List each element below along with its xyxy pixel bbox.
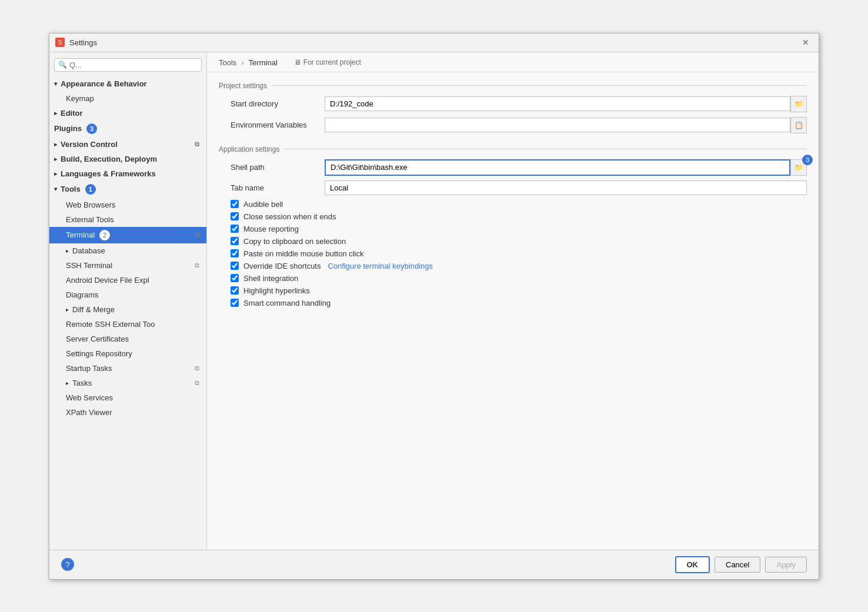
- start-directory-input-wrap: 📁: [325, 96, 807, 112]
- sidebar-item-label-remote-ssh: Remote SSH External Too: [66, 320, 155, 329]
- sidebar-item-label-external-tools: External Tools: [66, 215, 113, 224]
- sidebar-items-container: ▾Appearance & BehaviorKeymap▸EditorPlugi…: [49, 76, 206, 420]
- sidebar-item-plugins[interactable]: Plugins3: [49, 121, 206, 137]
- sidebar-item-build-execution[interactable]: ▸Build, Execution, Deploym: [49, 152, 206, 166]
- sidebar-item-languages-frameworks[interactable]: ▸Languages & Frameworks: [49, 166, 206, 181]
- checkbox-shell-integration[interactable]: [231, 274, 239, 282]
- for-current-project-link[interactable]: 🖥 For current project: [294, 58, 361, 66]
- close-button[interactable]: ✕: [799, 36, 813, 48]
- sidebar-item-label-build-execution: Build, Execution, Deploym: [61, 155, 157, 163]
- sidebar-item-label-web-services: Web Services: [66, 393, 113, 402]
- checkbox-audible-bell[interactable]: [231, 200, 239, 208]
- checkbox-row-copy-clipboard: Copy to clipboard on selection: [231, 237, 807, 246]
- sidebar-item-database[interactable]: ▸Database: [49, 243, 206, 258]
- checkbox-highlight-hyperlinks[interactable]: [231, 286, 239, 295]
- title-bar-left: S Settings: [55, 38, 97, 47]
- sidebar-item-web-browsers[interactable]: Web Browsers: [49, 198, 206, 212]
- sidebar-item-label-settings-repository: Settings Repository: [66, 349, 132, 358]
- checkbox-label-copy-clipboard: Copy to clipboard on selection: [243, 237, 346, 246]
- breadcrumb-current: Terminal: [249, 58, 278, 67]
- badge-plugins: 3: [86, 123, 97, 134]
- breadcrumb-bar: Tools › Terminal 🖥 For current project: [207, 52, 819, 72]
- copy-icon-ssh-terminal: ⧉: [195, 262, 199, 269]
- sidebar-item-remote-ssh[interactable]: Remote SSH External Too: [49, 317, 206, 332]
- sidebar-item-diagrams[interactable]: Diagrams: [49, 287, 206, 302]
- main-content: 🔍 ▾Appearance & BehaviorKeymap▸EditorPlu…: [49, 52, 819, 550]
- sidebar-item-appearance-behavior[interactable]: ▾Appearance & Behavior: [49, 76, 206, 91]
- checkbox-row-close-session: Close session when it ends: [231, 212, 807, 221]
- checkbox-list: Audible bellClose session when it endsMo…: [219, 200, 807, 307]
- sidebar-item-label-android-device: Android Device File Expl: [66, 276, 149, 285]
- sidebar-item-external-tools[interactable]: External Tools: [49, 212, 206, 227]
- breadcrumb-root: Tools: [219, 58, 236, 67]
- sidebar-item-label-keymap: Keymap: [66, 94, 94, 103]
- checkbox-label-close-session: Close session when it ends: [243, 212, 336, 221]
- help-button[interactable]: ?: [61, 558, 74, 571]
- chevron-right-icon: ▸: [66, 306, 69, 313]
- sidebar-item-editor[interactable]: ▸Editor: [49, 106, 206, 121]
- sidebar-item-xpath-viewer[interactable]: XPath Viewer: [49, 405, 206, 420]
- sidebar-item-terminal[interactable]: Terminal2⧉: [49, 227, 206, 243]
- checkbox-label-audible-bell: Audible bell: [243, 200, 283, 209]
- checkbox-row-smart-command: Smart command handling: [231, 299, 807, 307]
- ok-button[interactable]: OK: [675, 556, 710, 573]
- tab-name-input[interactable]: [325, 180, 807, 195]
- sidebar-item-label-tools: Tools: [61, 185, 81, 193]
- sidebar-item-label-editor: Editor: [61, 109, 83, 118]
- app-settings-label: Application settings: [219, 145, 807, 153]
- search-input[interactable]: [69, 61, 198, 69]
- sidebar-item-label-web-browsers: Web Browsers: [66, 200, 115, 209]
- sidebar-item-label-terminal: Terminal: [66, 230, 95, 239]
- checkbox-mouse-reporting[interactable]: [231, 225, 239, 233]
- sidebar-item-startup-tasks[interactable]: Startup Tasks⧉: [49, 361, 206, 376]
- start-directory-label: Start directory: [231, 99, 325, 108]
- chevron-right-icon: ▸: [54, 141, 57, 148]
- checkbox-row-shell-integration: Shell integration: [231, 274, 807, 283]
- env-variables-browse-button[interactable]: 📋: [790, 117, 807, 133]
- env-variables-input[interactable]: [325, 118, 790, 132]
- checkbox-close-session[interactable]: [231, 212, 239, 220]
- start-directory-browse-button[interactable]: 📁: [790, 96, 807, 112]
- checkbox-label-highlight-hyperlinks: Highlight hyperlinks: [243, 286, 310, 295]
- sidebar-item-server-certificates[interactable]: Server Certificates: [49, 332, 206, 346]
- chevron-right-icon: ▸: [54, 156, 57, 162]
- checkbox-smart-command[interactable]: [231, 299, 239, 307]
- sidebar-item-web-services[interactable]: Web Services: [49, 390, 206, 405]
- env-variables-input-wrap: 📋: [325, 117, 807, 133]
- sidebar-item-version-control[interactable]: ▸Version Control⧉: [49, 137, 206, 152]
- checkbox-paste-middle-mouse[interactable]: [231, 249, 239, 257]
- chevron-down-icon: ▾: [54, 186, 57, 192]
- config-link-override-ide[interactable]: Configure terminal keybindings: [328, 262, 433, 270]
- checkbox-copy-clipboard[interactable]: [231, 237, 239, 245]
- checkbox-row-mouse-reporting: Mouse reporting: [231, 225, 807, 233]
- tab-name-row: Tab name: [219, 180, 807, 195]
- sidebar-item-label-tasks: Tasks: [72, 379, 92, 387]
- sidebar-item-android-device[interactable]: Android Device File Expl: [49, 273, 206, 287]
- sidebar-item-ssh-terminal[interactable]: SSH Terminal⧉: [49, 258, 206, 273]
- checkbox-label-paste-middle-mouse: Paste on middle mouse button click: [243, 249, 364, 258]
- copy-icon-terminal: ⧉: [195, 231, 199, 239]
- cancel-button[interactable]: Cancel: [715, 557, 760, 573]
- checkbox-label-override-ide: Override IDE shortcuts: [243, 262, 321, 270]
- sidebar: 🔍 ▾Appearance & BehaviorKeymap▸EditorPlu…: [49, 52, 207, 550]
- sidebar-item-settings-repository[interactable]: Settings Repository: [49, 346, 206, 361]
- copy-icon-version-control: ⧉: [195, 141, 199, 148]
- shell-path-input[interactable]: [325, 159, 790, 176]
- start-directory-row: Start directory 📁: [219, 96, 807, 112]
- sidebar-item-label-xpath-viewer: XPath Viewer: [66, 408, 112, 417]
- search-box[interactable]: 🔍: [54, 58, 202, 72]
- checkbox-override-ide[interactable]: [231, 262, 239, 270]
- sidebar-item-keymap[interactable]: Keymap: [49, 91, 206, 106]
- start-directory-input[interactable]: [325, 96, 790, 111]
- chevron-right-icon: ▸: [66, 380, 69, 386]
- search-icon: 🔍: [58, 61, 67, 69]
- settings-window: S Settings ✕ 🔍 ▾Appearance & BehaviorKey…: [49, 33, 819, 580]
- sidebar-item-diff-merge[interactable]: ▸Diff & Merge: [49, 302, 206, 317]
- apply-button[interactable]: Apply: [765, 557, 807, 573]
- title-bar: S Settings ✕: [49, 34, 819, 52]
- sidebar-item-tasks[interactable]: ▸Tasks⧉: [49, 376, 206, 390]
- app-icon: S: [55, 38, 65, 47]
- checkbox-label-smart-command: Smart command handling: [243, 299, 330, 307]
- sidebar-item-tools[interactable]: ▾Tools1: [49, 181, 206, 198]
- badge-terminal: 2: [99, 230, 110, 240]
